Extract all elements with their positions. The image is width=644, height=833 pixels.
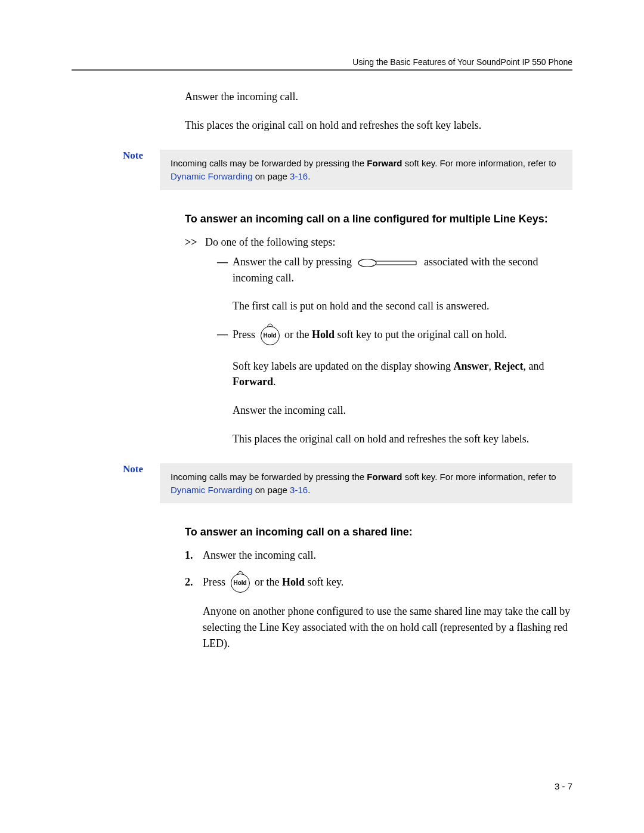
- hold-softkey-name: Hold: [312, 329, 335, 340]
- step-text: Press: [203, 576, 228, 588]
- intro-paragraph-2: This places the original call on hold an…: [185, 117, 572, 133]
- step-number: 2.: [185, 574, 193, 591]
- reject-softkey-name: Reject: [494, 360, 523, 372]
- note-text: .: [308, 171, 310, 181]
- note-text: Incoming calls may be forwarded by press…: [171, 158, 367, 168]
- step-text: soft key.: [305, 576, 343, 588]
- note-text: Incoming calls may be forwarded by press…: [171, 472, 367, 482]
- step-lead-text: Do one of the following steps:: [205, 234, 335, 251]
- document-page: Using the Basic Features of Your SoundPo…: [0, 0, 644, 833]
- note-block-1: Note Incoming calls may be forwarded by …: [72, 150, 572, 190]
- page-ref-link[interactable]: 3-16: [290, 485, 308, 495]
- hold-button-label: Hold: [261, 326, 280, 345]
- note-text: .: [308, 485, 310, 495]
- substep-text: or the: [284, 329, 312, 340]
- forward-softkey-name: Forward: [233, 376, 273, 388]
- substep-list: Answer the call by pressing associated w…: [185, 254, 572, 446]
- note-text: on page: [253, 171, 290, 181]
- step-marker: >>: [185, 234, 205, 251]
- section-heading: To answer an incoming call on a line con…: [185, 213, 572, 225]
- step-text: Answer the incoming call.: [203, 549, 316, 561]
- step-follow: Anyone on another phone configured to us…: [203, 603, 572, 652]
- text: Soft key labels are updated on the displ…: [233, 360, 453, 372]
- text: .: [273, 376, 276, 388]
- step-number: 1.: [185, 547, 193, 564]
- step-1: 1. Answer the incoming call.: [185, 547, 572, 564]
- substep-text: Answer the call by pressing: [233, 256, 354, 268]
- substep-follow: The first call is put on hold and the se…: [233, 298, 572, 314]
- answer-softkey-name: Answer: [453, 360, 488, 372]
- forward-softkey-name: Forward: [367, 472, 402, 482]
- section-multiple-line-keys: To answer an incoming call on a line con…: [185, 213, 572, 447]
- step-lead: >> Do one of the following steps:: [185, 234, 572, 251]
- hold-softkey-name: Hold: [282, 576, 305, 588]
- line-key-icon: [358, 258, 417, 268]
- note-block-2: Note Incoming calls may be forwarded by …: [72, 463, 572, 504]
- content-column: Answer the incoming call. This places th…: [185, 89, 572, 133]
- note-body: Incoming calls may be forwarded by press…: [160, 150, 572, 190]
- page-ref-link[interactable]: 3-16: [290, 171, 308, 181]
- step-2: 2. Press Hold or the Hold soft key. Anyo…: [185, 574, 572, 652]
- page-number: 3 - 7: [555, 781, 572, 791]
- step-text: or the: [255, 576, 282, 588]
- note-text: soft key. For more information, refer to: [402, 158, 556, 168]
- substep-paragraph: This places the original call on hold an…: [233, 431, 572, 447]
- section-shared-line: To answer an incoming call on a shared l…: [185, 526, 572, 652]
- note-text: on page: [253, 485, 290, 495]
- substep-text: Press: [233, 329, 258, 340]
- substep-1: Answer the call by pressing associated w…: [217, 254, 572, 314]
- hold-button-icon: Hold: [258, 326, 282, 345]
- ordered-steps: 1. Answer the incoming call. 2. Press Ho…: [185, 547, 572, 652]
- substep-text: soft key to put the original call on hol…: [335, 329, 507, 340]
- section-heading: To answer an incoming call on a shared l…: [185, 526, 572, 538]
- note-label: Note: [72, 150, 160, 162]
- hold-button-icon: Hold: [228, 574, 252, 593]
- running-header: Using the Basic Features of Your SoundPo…: [72, 57, 572, 67]
- substep-2: Press Hold or the Hold soft key to put t…: [217, 326, 572, 447]
- note-body: Incoming calls may be forwarded by press…: [160, 463, 572, 504]
- forward-softkey-name: Forward: [367, 158, 402, 168]
- note-label: Note: [72, 463, 160, 475]
- dynamic-forwarding-link[interactable]: Dynamic Forwarding: [171, 171, 253, 181]
- text: , and: [523, 360, 544, 372]
- svg-point-0: [358, 259, 376, 267]
- substep-follow: Soft key labels are updated on the displ…: [233, 358, 572, 389]
- hold-button-label: Hold: [231, 574, 250, 593]
- header-divider: [72, 69, 572, 71]
- intro-paragraph-1: Answer the incoming call.: [185, 89, 572, 104]
- note-text: soft key. For more information, refer to: [402, 472, 556, 482]
- dynamic-forwarding-link[interactable]: Dynamic Forwarding: [171, 485, 253, 495]
- substep-paragraph: Answer the incoming call.: [233, 402, 572, 418]
